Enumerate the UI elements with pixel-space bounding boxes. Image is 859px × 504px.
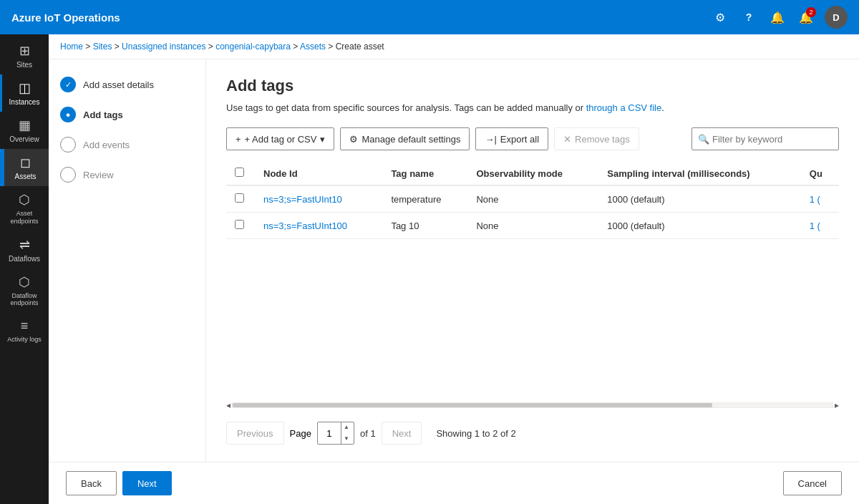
- sidebar-item-overview[interactable]: ▦ Overview: [0, 112, 49, 149]
- settings-button[interactable]: ⚙: [707, 4, 733, 30]
- activity-logs-icon: ≡: [21, 319, 29, 334]
- step-add-asset-details[interactable]: ✓ Add asset details: [60, 77, 194, 92]
- step-add-tags[interactable]: ● Add tags: [60, 107, 194, 122]
- breadcrumb: Home > Sites > Unassigned instances > co…: [49, 34, 859, 59]
- cancel-button[interactable]: Cancel: [783, 471, 842, 495]
- next-footer-button[interactable]: Next: [122, 471, 172, 495]
- table-header-row: Node Id Tag name Observability mode Samp…: [226, 162, 839, 185]
- add-tag-button[interactable]: + + Add tag or CSV ▾: [226, 127, 334, 150]
- breadcrumb-sep-3: >: [208, 42, 215, 52]
- remove-tags-button[interactable]: ✕ Remove tags: [554, 127, 639, 150]
- main-layout: ⊞ Sites ◫ Instances ▦ Overview ◻ Assets …: [0, 34, 859, 504]
- table-container: Node Id Tag name Observability mode Samp…: [226, 162, 839, 397]
- app-title: Azure IoT Operations: [11, 11, 707, 24]
- sidebar-item-dataflows[interactable]: ⇌ Dataflows: [0, 231, 49, 268]
- filter-input[interactable]: [712, 134, 833, 145]
- add-tag-label: + Add tag or CSV: [245, 134, 317, 145]
- sidebar-item-asset-endpoints[interactable]: ⬡ Asset endpoints: [0, 186, 49, 231]
- step-circle-3: [60, 137, 76, 152]
- row1-observability-mode: None: [467, 185, 598, 213]
- step-add-events[interactable]: Add events: [60, 137, 194, 152]
- export-all-button[interactable]: →| Export all: [475, 127, 548, 150]
- header-tag-name: Tag name: [382, 162, 467, 185]
- manage-defaults-button[interactable]: ⚙ Manage default settings: [340, 127, 470, 150]
- plus-icon: +: [236, 134, 241, 145]
- alert-badge: 2: [806, 7, 816, 17]
- page-showing-text: Showing 1 to 2 of 2: [436, 428, 515, 439]
- gear-icon: ⚙: [349, 134, 358, 145]
- scroll-track[interactable]: [232, 402, 833, 408]
- data-table: Node Id Tag name Observability mode Samp…: [226, 162, 839, 239]
- back-button[interactable]: Back: [66, 471, 117, 495]
- row2-checkbox[interactable]: [235, 220, 244, 229]
- assets-icon: ◻: [20, 155, 31, 170]
- table-row: ns=3;s=FastUInt100 Tag 10 None 1000 (def…: [226, 213, 839, 239]
- alerts-button[interactable]: 🔔 2: [793, 4, 819, 30]
- row2-tag-name: Tag 10: [382, 213, 467, 239]
- content-area: Home > Sites > Unassigned instances > co…: [49, 34, 859, 504]
- breadcrumb-sites[interactable]: Sites: [93, 42, 112, 52]
- csv-link[interactable]: through a CSV file: [586, 102, 662, 113]
- sidebar-item-sites[interactable]: ⊞ Sites: [0, 37, 49, 74]
- scroll-right-arrow[interactable]: ▸: [835, 400, 839, 410]
- header-checkbox-cell: [226, 162, 255, 185]
- help-button[interactable]: ?: [736, 4, 762, 30]
- header-sampling-interval: Sampling interval (milliseconds): [598, 162, 800, 185]
- sidebar: ⊞ Sites ◫ Instances ▦ Overview ◻ Assets …: [0, 34, 49, 504]
- breadcrumb-assets[interactable]: Assets: [300, 42, 326, 52]
- breadcrumb-home[interactable]: Home: [60, 42, 83, 52]
- page-of-label: of 1: [360, 428, 376, 439]
- breadcrumb-sep-5: >: [328, 42, 335, 52]
- row1-node-id: ns=3;s=FastUInt10: [255, 185, 382, 213]
- breadcrumb-sep-1: >: [85, 42, 92, 52]
- breadcrumb-instance[interactable]: congenial-capybara: [215, 42, 291, 52]
- overview-icon: ▦: [19, 117, 31, 133]
- remove-tags-label: Remove tags: [575, 134, 630, 145]
- sites-icon: ⊞: [19, 43, 30, 59]
- step-circle-2: ●: [60, 107, 76, 122]
- sidebar-item-dataflow-endpoints[interactable]: ⬡ Dataflow endpoints: [0, 268, 49, 314]
- dataflows-icon: ⇌: [19, 237, 30, 253]
- breadcrumb-sep-2: >: [115, 42, 122, 52]
- sidebar-item-assets[interactable]: ◻ Assets: [0, 149, 49, 186]
- row2-node-id: ns=3;s=FastUInt100: [255, 213, 382, 239]
- scroll-left-arrow[interactable]: ◂: [226, 400, 230, 410]
- user-avatar[interactable]: D: [825, 6, 848, 29]
- page-number-input[interactable]: [318, 428, 341, 439]
- row1-checkbox[interactable]: [235, 193, 244, 203]
- select-all-checkbox[interactable]: [235, 168, 244, 177]
- export-all-label: Export all: [500, 134, 539, 145]
- row2-node-id-link[interactable]: ns=3;s=FastUInt100: [263, 220, 347, 231]
- row1-sampling-interval: 1000 (default): [598, 185, 800, 213]
- topbar-icons: ⚙ ? 🔔 🔔 2 D: [707, 4, 848, 30]
- page-body: ✓ Add asset details ● Add tags Add event…: [49, 59, 859, 462]
- row2-checkbox-cell: [226, 213, 255, 239]
- steps-panel: ✓ Add asset details ● Add tags Add event…: [49, 59, 206, 462]
- next-button[interactable]: Next: [382, 422, 422, 445]
- row1-tag-name: temperature: [382, 185, 467, 213]
- page-up-button[interactable]: ▲: [341, 422, 351, 433]
- settings-icon: ⚙: [715, 11, 725, 24]
- search-icon: 🔍: [698, 134, 709, 145]
- row1-node-id-link[interactable]: ns=3;s=FastUInt10: [263, 194, 342, 205]
- dataflow-endpoints-icon: ⬡: [19, 274, 30, 290]
- step-review[interactable]: Review: [60, 167, 194, 183]
- notifications-button[interactable]: 🔔: [765, 4, 790, 30]
- sidebar-label-activity-logs: Activity logs: [7, 336, 42, 344]
- sidebar-label-dataflow-endpoints: Dataflow endpoints: [3, 292, 46, 308]
- row2-queue-size: 1 (: [801, 213, 839, 239]
- sidebar-item-activity-logs[interactable]: ≡ Activity logs: [0, 313, 49, 349]
- header-observability-mode: Observability mode: [467, 162, 598, 185]
- sidebar-label-instances: Instances: [9, 98, 40, 106]
- page-down-button[interactable]: ▼: [341, 433, 351, 445]
- instances-icon: ◫: [19, 80, 31, 96]
- step-circle-1: ✓: [60, 77, 76, 92]
- previous-button[interactable]: Previous: [226, 422, 284, 445]
- breadcrumb-unassigned-instances[interactable]: Unassigned instances: [122, 42, 205, 52]
- table-row: ns=3;s=FastUInt10 temperature None 1000 …: [226, 185, 839, 213]
- header-queue-size: Qu: [801, 162, 839, 185]
- page-label: Page: [290, 428, 311, 439]
- horizontal-scrollbar: ◂ ▸: [226, 400, 839, 410]
- sidebar-label-assets: Assets: [14, 173, 36, 180]
- sidebar-item-instances[interactable]: ◫ Instances: [0, 74, 49, 112]
